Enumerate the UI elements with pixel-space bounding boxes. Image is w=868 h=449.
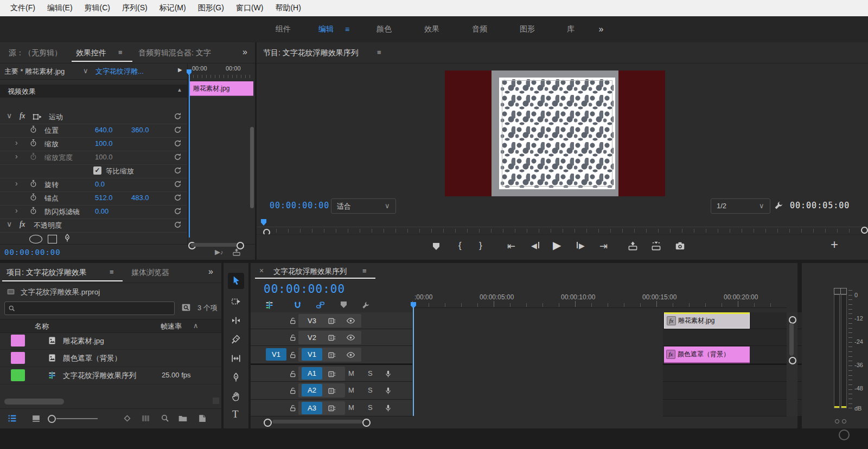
play-button[interactable]: ▶ xyxy=(553,239,561,252)
mini-hscroll-handle-right[interactable] xyxy=(237,242,244,249)
type-tool-icon[interactable]: T xyxy=(232,408,239,420)
fx-opacity-row[interactable]: ∨ fx 不透明度 xyxy=(0,219,187,233)
program-panel-menu-icon[interactable]: ≡ xyxy=(377,48,381,56)
project-file-row[interactable]: 文字花纹浮雕效果.prproj xyxy=(0,285,221,299)
voiceover-mic-icon[interactable] xyxy=(384,370,392,378)
mark-in-button[interactable]: { xyxy=(458,240,462,251)
timeline-hscrollbar[interactable] xyxy=(251,416,797,428)
project-row-2[interactable]: 颜色遮罩（背景） xyxy=(0,349,221,367)
stopwatch-icon[interactable] xyxy=(29,179,37,188)
stopwatch-icon[interactable] xyxy=(29,193,37,201)
menu-sequence[interactable]: 序列(S) xyxy=(116,3,154,13)
settings-wrench-icon[interactable] xyxy=(774,201,783,210)
label-color-chip[interactable] xyxy=(11,335,25,347)
tab-source-monitor[interactable]: 源：（无剪辑） xyxy=(9,48,62,58)
mark-out-button[interactable]: } xyxy=(479,240,482,251)
source-track-v1[interactable]: V1 xyxy=(266,348,286,361)
selection-tool-active-bg[interactable] xyxy=(228,273,244,289)
timeline-vscrollbar[interactable] xyxy=(787,312,797,416)
lock-icon[interactable] xyxy=(289,333,297,342)
target-track-v3[interactable]: V3 xyxy=(302,315,322,327)
mini-vscrollbar[interactable] xyxy=(250,127,254,208)
find-icon[interactable] xyxy=(181,303,191,312)
param-value-x[interactable]: 640.0 xyxy=(95,126,113,134)
param-value-y[interactable]: 360.0 xyxy=(131,126,149,134)
source-patch-icon[interactable] xyxy=(328,333,336,342)
mute-button[interactable]: M xyxy=(348,403,354,412)
collapse-icon[interactable]: ∨ xyxy=(7,220,12,228)
timeline-ruler[interactable]: :00:00 00:00:05:00 00:00:10:00 00:00:15:… xyxy=(412,287,787,308)
workspace-tab-assembly[interactable]: 组件 xyxy=(259,24,307,34)
reset-icon[interactable] xyxy=(174,194,182,202)
tab-effect-controls[interactable]: 效果控件 xyxy=(76,48,106,58)
effect-name[interactable]: 不透明度 xyxy=(34,221,62,230)
mini-clip-bar[interactable]: 雕花素材.jpg xyxy=(190,81,253,96)
reset-icon[interactable] xyxy=(174,139,182,147)
reset-icon[interactable] xyxy=(174,112,182,120)
label-color-chip[interactable] xyxy=(11,352,25,364)
menu-help[interactable]: 帮助(H) xyxy=(269,3,307,13)
source-patch-icon[interactable] xyxy=(328,317,336,325)
program-playhead-marker[interactable] xyxy=(261,219,266,226)
stopwatch-icon[interactable] xyxy=(29,207,37,215)
mute-button[interactable]: M xyxy=(348,369,354,377)
tab-program-monitor[interactable]: 节目: 文字花纹浮雕效果序列 xyxy=(263,48,359,58)
lock-icon[interactable] xyxy=(289,404,297,412)
reset-icon[interactable] xyxy=(174,221,182,229)
collapse-icon[interactable]: ∨ xyxy=(7,111,12,120)
hscroll-right-handle[interactable] xyxy=(362,419,371,427)
find-bin-icon[interactable] xyxy=(161,414,169,422)
new-item-icon[interactable] xyxy=(197,414,207,423)
meter-dot-right[interactable] xyxy=(842,419,846,424)
effect-controls-timecode[interactable]: 00:00:00:00 xyxy=(4,248,61,256)
lock-icon[interactable] xyxy=(289,317,297,325)
hscroll-bar[interactable] xyxy=(272,420,362,424)
timeline-panel-menu-icon[interactable]: ≡ xyxy=(362,267,367,275)
play-audio-icon[interactable]: ▶♪ xyxy=(215,248,224,256)
project-panel-menu-icon[interactable]: ≡ xyxy=(110,268,114,276)
expand-icon[interactable]: › xyxy=(15,152,18,161)
mini-playhead-line[interactable] xyxy=(189,75,190,238)
razor-tool-icon[interactable] xyxy=(231,335,241,344)
fx-motion-row[interactable]: ∨ fx 运动 xyxy=(0,110,187,124)
icon-view-icon[interactable] xyxy=(31,414,41,423)
project-row-3[interactable]: 文字花纹浮雕效果序列 25.00 fps xyxy=(0,367,221,384)
timeline-playhead-line[interactable] xyxy=(413,307,414,416)
expand-icon[interactable]: › xyxy=(15,138,18,147)
workspace-tab-graphics[interactable]: 图形 xyxy=(503,24,551,34)
list-view-icon[interactable] xyxy=(8,414,17,423)
stopwatch-icon[interactable] xyxy=(29,139,37,147)
reset-icon[interactable] xyxy=(174,126,182,134)
param-value-y[interactable]: 483.0 xyxy=(131,194,149,202)
target-track-a1[interactable]: A1 xyxy=(302,367,322,380)
project-hscrollbar[interactable] xyxy=(4,399,64,405)
vscroll-bottom-handle[interactable] xyxy=(789,357,796,364)
workspace-overflow-icon[interactable]: » xyxy=(590,24,612,34)
export-frame-button[interactable] xyxy=(675,241,685,251)
workspace-tab-editing[interactable]: 编辑 xyxy=(307,24,345,34)
extract-button[interactable] xyxy=(651,241,661,251)
mini-hscroll-bar[interactable] xyxy=(191,243,238,247)
vscroll-top-handle[interactable] xyxy=(789,316,796,324)
new-bin-icon[interactable] xyxy=(178,414,188,424)
panel-collapse-icon[interactable]: ▲ xyxy=(177,87,182,93)
tab-project[interactable]: 项目: 文字花纹浮雕效果 xyxy=(7,268,87,278)
workspace-tab-effects[interactable]: 效果 xyxy=(408,24,456,34)
workspace-tab-libraries[interactable]: 库 xyxy=(551,24,590,34)
search-input[interactable] xyxy=(4,302,175,315)
menu-file[interactable]: 文件(F) xyxy=(4,3,41,13)
timeline-add-marker-icon[interactable] xyxy=(341,302,347,308)
master-clip-label[interactable]: 主要 * 雕花素材.jpg xyxy=(4,67,65,76)
solo-button[interactable]: S xyxy=(368,403,373,412)
zoom-slider-handle[interactable] xyxy=(48,415,56,423)
label-color-chip[interactable] xyxy=(11,369,25,381)
linked-selection-icon[interactable] xyxy=(316,300,325,310)
zoom-slider-track[interactable] xyxy=(56,418,98,419)
track-visibility-eye-icon[interactable] xyxy=(346,350,355,360)
nest-toggle-icon[interactable] xyxy=(265,300,274,310)
slip-tool-icon[interactable] xyxy=(231,354,241,363)
solo-button[interactable]: S xyxy=(368,386,373,394)
vscroll-bar[interactable] xyxy=(789,323,794,356)
source-patch-icon[interactable] xyxy=(328,351,336,360)
uniform-scale-checkbox[interactable]: ✓ xyxy=(93,166,101,175)
